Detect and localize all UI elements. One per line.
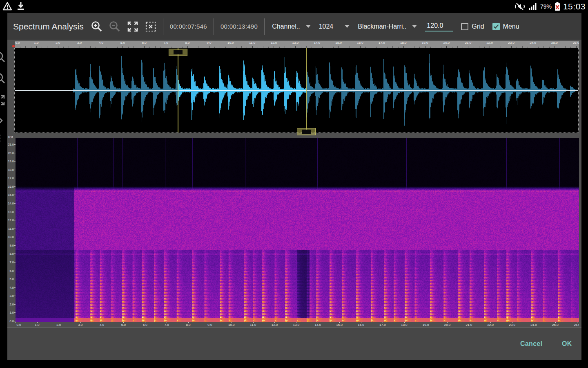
time-axis-label: 4.0 <box>100 323 104 327</box>
ruler-tick-label: 4.0 <box>99 41 103 45</box>
frequency-tick-label: 1.0 <box>10 311 14 314</box>
spectrogram-time-axis: 0.01.02.03.04.05.06.07.08.09.010.011.012… <box>16 322 579 328</box>
frequency-tick-label: 21.0 <box>8 143 14 146</box>
time-axis-label: 5.0 <box>121 323 126 327</box>
ruler-tick-label: 2.0 <box>56 41 60 45</box>
playhead-marker[interactable] <box>12 45 15 47</box>
zoom-in-icon[interactable] <box>0 51 6 63</box>
time-axis-tick <box>59 322 59 323</box>
ruler-tick-label: 6.0 <box>142 41 147 45</box>
selection-end-time: 00:00:13:490 <box>220 23 258 30</box>
zoom-fit-button[interactable] <box>126 20 140 34</box>
time-axis-tick <box>512 322 512 323</box>
zoom-out-button[interactable] <box>108 20 122 34</box>
db-range-value: 120.0 <box>427 22 443 29</box>
time-axis-label: 15.0 <box>336 323 343 327</box>
waveform-canvas[interactable] <box>15 48 578 132</box>
selection-end-marker[interactable] <box>306 48 307 132</box>
time-axis-label: 8.0 <box>186 323 190 327</box>
time-axis-tick <box>210 322 210 323</box>
channel-dropdown-value: Channel.. <box>272 23 300 30</box>
clear-selection-button[interactable] <box>144 20 158 34</box>
grid-dots-icon[interactable] <box>0 132 6 144</box>
toolbar-divider <box>214 18 214 35</box>
text-caret <box>426 22 426 29</box>
timeline-ruler[interactable]: 0.01.02.03.04.05.06.07.08.09.010.011.012… <box>15 41 579 48</box>
frequency-tick-label: 7.0 <box>10 260 14 264</box>
ruler-tick-label: 22.0 <box>486 41 493 45</box>
zoom-fit-icon[interactable] <box>0 94 6 106</box>
chevron-down-icon <box>412 25 417 28</box>
spectrogram-canvas[interactable] <box>16 138 579 322</box>
zoom-out-icon[interactable] <box>0 72 6 84</box>
grid-checkbox-label: Grid <box>472 23 484 30</box>
frequency-tick-label: 6.0 <box>10 269 14 272</box>
selection-handle-grip <box>174 50 183 54</box>
time-axis-label: 2.0 <box>56 323 61 327</box>
selection-start-handle[interactable] <box>169 49 187 56</box>
frequency-tick-label: 18.0 <box>8 168 14 171</box>
ruler-tick-label: 14.0 <box>314 41 320 45</box>
time-axis-label: 13.0 <box>293 323 300 327</box>
window-function-dropdown[interactable]: Blackman-Harri.. <box>358 23 417 30</box>
time-axis-tick <box>577 322 577 323</box>
frequency-tick-label: 17.0 <box>8 176 14 180</box>
ruler-tick-label: 21.0 <box>465 41 472 45</box>
ruler-tick-label: 26.0 <box>573 41 579 45</box>
battery-error-icon <box>555 2 560 11</box>
time-axis-tick <box>37 322 38 323</box>
check-icon <box>493 24 499 29</box>
ruler-tick-label: 8.0 <box>185 41 189 45</box>
warning-icon <box>2 1 12 11</box>
ruler-tick-label: 7.0 <box>164 41 168 45</box>
time-axis-label: 9.0 <box>207 323 212 327</box>
time-axis-tick <box>426 322 426 323</box>
cancel-button[interactable]: Cancel <box>520 340 542 348</box>
page-title: Spectrum Analysis <box>13 22 84 31</box>
time-axis-label: 1.0 <box>35 323 39 327</box>
time-axis-tick <box>253 322 254 323</box>
fft-size-dropdown-value: 1024 <box>319 23 334 30</box>
time-axis-tick <box>534 322 534 323</box>
ruler-tick-label: 23.0 <box>508 41 514 45</box>
selection-start-marker[interactable] <box>178 48 178 132</box>
ruler-tick-label: 1.0 <box>34 41 38 45</box>
time-axis-label: 0.0 <box>16 323 21 327</box>
frequency-tick-label: 10.0 <box>8 235 14 239</box>
toolbar-divider <box>264 18 265 35</box>
time-axis-label: 11.0 <box>250 323 256 327</box>
time-axis-tick <box>361 322 361 323</box>
time-axis-label: 21.0 <box>466 323 472 327</box>
time-axis-tick <box>469 322 469 323</box>
frequency-unit-label: kHz <box>8 135 13 138</box>
ruler-tick-label: 19.0 <box>422 41 428 45</box>
chevron-down-icon <box>345 25 350 28</box>
time-axis-label: 6.0 <box>143 323 147 327</box>
grid-checkbox[interactable] <box>461 23 468 30</box>
frequency-axis: kHz 21.020.019.018.017.016.015.014.013.0… <box>7 135 16 322</box>
fft-size-dropdown[interactable]: 1024 <box>319 23 350 30</box>
ruler-tick-label: 20.0 <box>443 41 450 45</box>
download-icon <box>16 1 25 11</box>
time-axis-tick <box>145 322 145 323</box>
frequency-tick-label: 8.0 <box>10 252 14 256</box>
zoom-in-button[interactable] <box>90 20 104 34</box>
menu-checkbox[interactable] <box>492 23 500 30</box>
frequency-tick-label: 3.0 <box>10 294 14 298</box>
collapse-icon[interactable] <box>0 114 6 127</box>
time-axis-label: 17.0 <box>379 323 386 327</box>
frequency-tick-label: 0.0 <box>10 319 14 323</box>
mute-vibrate-icon <box>514 2 526 11</box>
time-axis-label: 20.0 <box>444 323 451 327</box>
ok-button[interactable]: OK <box>562 340 572 348</box>
time-axis-tick <box>383 322 383 323</box>
window-function-dropdown-value: Blackman-Harri.. <box>358 23 406 30</box>
time-axis-tick <box>555 322 556 323</box>
db-range-input[interactable]: 120.0 <box>425 21 453 31</box>
frequency-tick-label: 5.0 <box>10 277 14 281</box>
time-axis-label: 7.0 <box>165 323 169 327</box>
time-axis-label: 23.0 <box>509 323 515 327</box>
channel-dropdown[interactable]: Channel.. <box>272 23 311 30</box>
selection-end-handle[interactable] <box>297 128 316 135</box>
ruler-tick-label: 25.0 <box>551 41 558 45</box>
